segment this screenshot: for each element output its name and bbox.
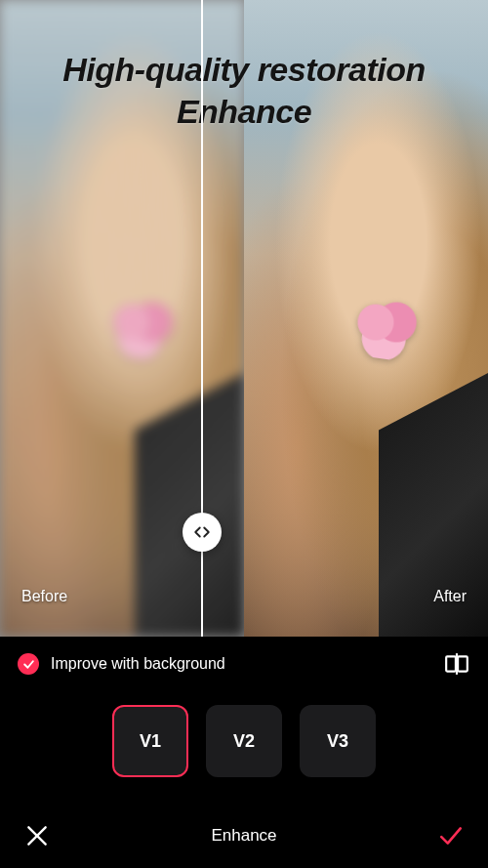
improve-with-background-toggle[interactable]: Improve with background (18, 653, 225, 675)
comparison-slider-handle[interactable] (183, 513, 222, 552)
preview-after-side (244, 0, 488, 637)
improve-with-background-label: Improve with background (51, 655, 225, 673)
controls-panel: Improve with background V1 V2 V3 (0, 637, 488, 868)
version-label: V1 (140, 731, 161, 752)
svg-rect-1 (458, 656, 468, 671)
check-icon (438, 823, 464, 848)
version-label: V2 (233, 731, 255, 752)
cancel-button[interactable] (21, 820, 53, 851)
version-selector: V1 V2 V3 (0, 705, 488, 777)
drag-horizontal-icon (193, 523, 211, 541)
version-option-v3[interactable]: V3 (300, 705, 376, 777)
compare-split-icon (444, 651, 469, 677)
version-option-v2[interactable]: V2 (206, 705, 282, 777)
image-preview: High-quality restoration Enhance Before … (0, 0, 488, 637)
svg-rect-0 (446, 656, 456, 671)
version-label: V3 (327, 731, 348, 752)
confirm-button[interactable] (435, 820, 467, 851)
close-icon (24, 823, 50, 848)
checkmark-badge-icon (18, 653, 39, 675)
tool-title: Enhance (0, 826, 488, 846)
bottom-bar: Enhance (0, 804, 488, 868)
version-option-v1[interactable]: V1 (112, 705, 188, 777)
compare-split-button[interactable] (443, 650, 470, 678)
